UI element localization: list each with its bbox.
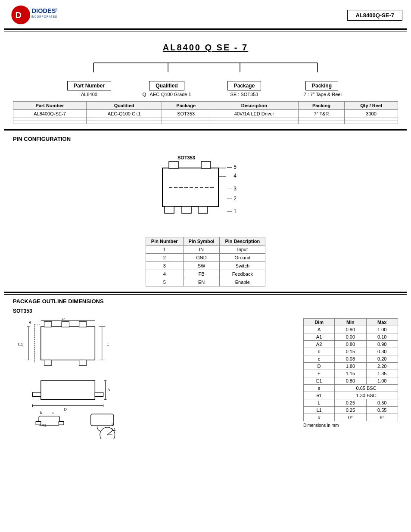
svg-text:E: E bbox=[106, 342, 109, 346]
pin-num-1: 1 bbox=[146, 246, 183, 254]
col-qty: Qty / Reel bbox=[345, 102, 398, 110]
table-row: A2 0.80 0.90 bbox=[304, 341, 398, 348]
max-col: Max bbox=[366, 319, 398, 326]
table-row: 2 GND Ground bbox=[146, 254, 265, 262]
max-c: 0.20 bbox=[366, 355, 398, 363]
ordering-diagram: AL8400 Q SE - 7 Part Number AL8400 Quali… bbox=[13, 43, 398, 97]
svg-rect-44 bbox=[41, 381, 95, 399]
table-row bbox=[13, 118, 398, 121]
table-row bbox=[13, 121, 398, 124]
min-A1: 0.00 bbox=[335, 333, 366, 341]
svg-text:INCORPORATED: INCORPORATED bbox=[31, 15, 58, 18]
svg-text:®: ® bbox=[55, 8, 57, 11]
logo-area: D DIODES ® INCORPORATED bbox=[9, 4, 60, 26]
svg-rect-11 bbox=[169, 162, 178, 168]
dim-note: Dimensions in mm bbox=[303, 423, 398, 428]
box-value-part-number: AL8400 bbox=[81, 92, 97, 97]
table-row: L 0.25 0.50 bbox=[304, 399, 398, 407]
max-A1: 0.10 bbox=[366, 333, 398, 341]
svg-text:D: D bbox=[64, 407, 67, 411]
svg-rect-57 bbox=[59, 421, 64, 425]
dim-E1: E1 bbox=[304, 377, 335, 385]
table-row: L1 0.25 0.55 bbox=[304, 407, 398, 414]
part-number-box: AL8400Q-SE-7 bbox=[347, 10, 402, 21]
min-L1: 0.25 bbox=[335, 407, 366, 414]
val-e1: 1.30 BSC bbox=[335, 392, 398, 399]
mech-table-wrapper: Dim Min Max A 0.80 1.00 A1 0.00 0.10 bbox=[303, 318, 398, 440]
dim-alpha: α bbox=[304, 414, 335, 421]
cell-pkg-3 bbox=[162, 121, 210, 124]
table-row: 4 FB Feedback bbox=[146, 270, 265, 278]
mech-table-header: Dim Min Max bbox=[304, 319, 398, 326]
mech-content-area: E1 D e E bbox=[13, 318, 398, 440]
svg-rect-46 bbox=[95, 392, 103, 397]
svg-text:— 1: — 1 bbox=[227, 208, 237, 215]
pin-desc-3: Switch bbox=[220, 262, 265, 270]
svg-text:b: b bbox=[40, 411, 42, 415]
company-logo: D DIODES ® INCORPORATED bbox=[9, 4, 60, 26]
svg-text:D: D bbox=[15, 10, 21, 20]
ordering-table: Part Number Qualified Package Descriptio… bbox=[13, 101, 398, 124]
max-A: 1.00 bbox=[366, 326, 398, 333]
dim-col: Dim bbox=[304, 319, 335, 326]
svg-rect-28 bbox=[79, 322, 87, 327]
svg-text:L1: L1 bbox=[112, 427, 116, 432]
dim-A1: A1 bbox=[304, 333, 335, 341]
pin-sym-5: EN bbox=[183, 278, 220, 286]
svg-text:e: e bbox=[29, 320, 31, 324]
max-L1: 0.55 bbox=[366, 407, 398, 414]
svg-text:E1: E1 bbox=[18, 342, 23, 346]
ordering-boxes: Part Number AL8400 Qualified Q : AEC-Q10… bbox=[59, 81, 352, 97]
table-row: α 0° 8° bbox=[304, 414, 398, 421]
cell-pack-1: 7" T&R bbox=[298, 110, 344, 118]
section1-divider bbox=[4, 129, 407, 132]
svg-rect-15 bbox=[198, 206, 208, 213]
header-divider bbox=[4, 28, 407, 31]
max-alpha: 8° bbox=[366, 414, 398, 421]
pin-desc-4: Feedback bbox=[220, 270, 265, 278]
table-row: e 0.65 BSC bbox=[304, 385, 398, 392]
min-E: 1.15 bbox=[335, 370, 366, 377]
table-row: b 0.15 0.30 bbox=[304, 348, 398, 355]
pin-desc-1: Input bbox=[220, 246, 265, 254]
table-row: A 0.80 1.00 bbox=[304, 326, 398, 333]
box-part-number: Part Number AL8400 bbox=[59, 81, 119, 97]
dim-E: E bbox=[304, 370, 335, 377]
dim-A: A bbox=[304, 326, 335, 333]
cell-pack-3 bbox=[298, 121, 344, 124]
pin-config-section: PIN CONFIGURATION — 5 — 4 — 3 — 2 — 1 bbox=[0, 132, 411, 292]
max-E1: 1.00 bbox=[366, 377, 398, 385]
cell-desc-1: 40V/1A LED Driver bbox=[210, 110, 299, 118]
dim-D: D bbox=[304, 363, 335, 370]
ordering-section: AL8400 Q SE - 7 Part Number AL8400 Quali… bbox=[0, 31, 411, 129]
mech-drawing-area: E1 D e E bbox=[13, 318, 290, 440]
max-E: 1.35 bbox=[366, 370, 398, 377]
dim-L: L bbox=[304, 399, 335, 407]
section2-divider bbox=[4, 292, 407, 295]
mech-subtitle: SOT353 bbox=[13, 308, 398, 314]
svg-text:— 3: — 3 bbox=[227, 186, 237, 192]
cell-qty-2 bbox=[345, 118, 398, 121]
cell-qty-3 bbox=[345, 121, 398, 124]
min-alpha: 0° bbox=[335, 414, 366, 421]
table-row: 1 IN Input bbox=[146, 246, 265, 254]
dim-e1: e1 bbox=[304, 392, 335, 399]
page-header: D DIODES ® INCORPORATED AL8400Q-SE-7 bbox=[0, 0, 411, 28]
dim-b: b bbox=[304, 348, 335, 355]
svg-rect-29 bbox=[44, 360, 52, 366]
col-package: Package bbox=[162, 102, 210, 110]
dim-c: c bbox=[304, 355, 335, 363]
svg-rect-27 bbox=[62, 322, 69, 327]
box-value-packing: -7 : 7" Tape & Reel bbox=[302, 92, 342, 97]
pin-sym-3: SW bbox=[183, 262, 220, 270]
mech-dimensions-table: Dim Min Max A 0.80 1.00 A1 0.00 0.10 bbox=[303, 318, 398, 421]
cell-pn-3 bbox=[13, 121, 87, 124]
ordering-table-header-row: Part Number Qualified Package Descriptio… bbox=[13, 102, 398, 110]
min-b: 0.15 bbox=[335, 348, 366, 355]
pin-table-wrapper: Pin Number Pin Symbol Pin Description 1 … bbox=[13, 237, 398, 286]
svg-text:c: c bbox=[53, 411, 55, 415]
pin-diagram-area: — 5 — 4 — 3 — 2 — 1 SOT353 bbox=[13, 146, 398, 233]
box-package: Package SE : SOT353 bbox=[214, 81, 274, 97]
mechanical-drawing-svg: E1 D e E bbox=[13, 318, 185, 439]
box-label-qualified: Qualified bbox=[149, 81, 184, 90]
